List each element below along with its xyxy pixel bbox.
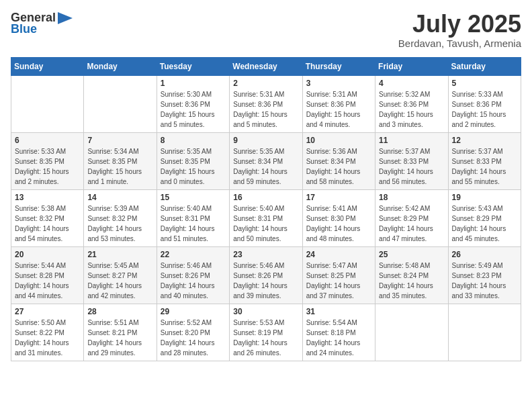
table-row: 4Sunrise: 5:32 AMSunset: 8:36 PMDaylight… [375, 75, 448, 132]
day-number: 29 [161, 307, 226, 316]
day-info: Sunrise: 5:53 AMSunset: 8:19 PMDaylight:… [233, 318, 298, 358]
table-row: 3Sunrise: 5:31 AMSunset: 8:36 PMDaylight… [302, 75, 375, 132]
table-row: 30Sunrise: 5:53 AMSunset: 8:19 PMDayligh… [230, 304, 302, 361]
table-row: 13Sunrise: 5:38 AMSunset: 8:32 PMDayligh… [11, 189, 84, 246]
table-row: 31Sunrise: 5:54 AMSunset: 8:18 PMDayligh… [302, 304, 375, 361]
day-info: Sunrise: 5:46 AMSunset: 8:26 PMDaylight:… [233, 261, 298, 301]
day-info: Sunrise: 5:35 AMSunset: 8:35 PMDaylight:… [161, 146, 226, 187]
calendar-week-row: 13Sunrise: 5:38 AMSunset: 8:32 PMDayligh… [11, 189, 521, 246]
day-info: Sunrise: 5:42 AMSunset: 8:29 PMDaylight:… [379, 203, 444, 244]
calendar-week-row: 1Sunrise: 5:30 AMSunset: 8:36 PMDaylight… [11, 75, 521, 132]
table-row: 5Sunrise: 5:33 AMSunset: 8:36 PMDaylight… [448, 75, 521, 132]
header-tuesday: Tuesday [157, 57, 229, 75]
day-info: Sunrise: 5:36 AMSunset: 8:34 PMDaylight:… [306, 146, 371, 187]
calendar-week-row: 20Sunrise: 5:44 AMSunset: 8:28 PMDayligh… [11, 246, 521, 304]
header-friday: Friday [375, 57, 448, 75]
table-row: 19Sunrise: 5:43 AMSunset: 8:29 PMDayligh… [448, 189, 521, 246]
logo: General Blue [11, 11, 73, 36]
table-row [11, 75, 84, 132]
day-info: Sunrise: 5:30 AMSunset: 8:36 PMDaylight:… [161, 89, 226, 130]
day-info: Sunrise: 5:40 AMSunset: 8:31 PMDaylight:… [233, 203, 298, 244]
table-row: 25Sunrise: 5:48 AMSunset: 8:24 PMDayligh… [375, 246, 448, 304]
day-info: Sunrise: 5:37 AMSunset: 8:33 PMDaylight:… [452, 146, 517, 187]
month-title: July 2025 [398, 11, 521, 38]
day-number: 18 [379, 193, 444, 202]
day-info: Sunrise: 5:48 AMSunset: 8:24 PMDaylight:… [379, 261, 444, 301]
table-row: 18Sunrise: 5:42 AMSunset: 8:29 PMDayligh… [375, 189, 448, 246]
day-number: 23 [233, 250, 298, 259]
logo-blue: Blue [11, 22, 37, 36]
logo-flag-icon [58, 12, 73, 24]
day-number: 15 [161, 193, 226, 202]
table-row: 7Sunrise: 5:34 AMSunset: 8:35 PMDaylight… [84, 132, 157, 189]
day-number: 24 [306, 250, 371, 259]
day-info: Sunrise: 5:54 AMSunset: 8:18 PMDaylight:… [306, 318, 371, 358]
day-number: 6 [15, 136, 80, 145]
day-info: Sunrise: 5:50 AMSunset: 8:22 PMDaylight:… [15, 318, 80, 358]
table-row: 10Sunrise: 5:36 AMSunset: 8:34 PMDayligh… [302, 132, 375, 189]
day-number: 12 [452, 136, 517, 145]
day-number: 9 [233, 136, 298, 145]
day-info: Sunrise: 5:41 AMSunset: 8:30 PMDaylight:… [306, 203, 371, 244]
table-row: 28Sunrise: 5:51 AMSunset: 8:21 PMDayligh… [84, 304, 157, 361]
day-info: Sunrise: 5:45 AMSunset: 8:27 PMDaylight:… [87, 261, 152, 301]
day-info: Sunrise: 5:52 AMSunset: 8:20 PMDaylight:… [161, 318, 226, 358]
table-row: 24Sunrise: 5:47 AMSunset: 8:25 PMDayligh… [302, 246, 375, 304]
day-number: 1 [161, 79, 226, 88]
title-area: July 2025 Berdavan, Tavush, Armenia [398, 11, 521, 49]
day-info: Sunrise: 5:49 AMSunset: 8:23 PMDaylight:… [452, 261, 517, 301]
day-info: Sunrise: 5:37 AMSunset: 8:33 PMDaylight:… [379, 146, 444, 187]
table-row: 6Sunrise: 5:33 AMSunset: 8:35 PMDaylight… [11, 132, 84, 189]
day-number: 3 [306, 79, 371, 88]
day-info: Sunrise: 5:33 AMSunset: 8:36 PMDaylight:… [452, 89, 517, 130]
table-row: 15Sunrise: 5:40 AMSunset: 8:31 PMDayligh… [157, 189, 229, 246]
header-wednesday: Wednesday [230, 57, 302, 75]
table-row: 20Sunrise: 5:44 AMSunset: 8:28 PMDayligh… [11, 246, 84, 304]
header-thursday: Thursday [302, 57, 375, 75]
day-number: 11 [379, 136, 444, 145]
day-info: Sunrise: 5:39 AMSunset: 8:32 PMDaylight:… [87, 203, 152, 244]
calendar-week-row: 6Sunrise: 5:33 AMSunset: 8:35 PMDaylight… [11, 132, 521, 189]
day-number: 4 [379, 79, 444, 88]
page-header: General Blue July 2025 Berdavan, Tavush,… [11, 11, 521, 49]
table-row: 23Sunrise: 5:46 AMSunset: 8:26 PMDayligh… [230, 246, 302, 304]
day-number: 16 [233, 193, 298, 202]
day-number: 31 [306, 307, 371, 316]
table-row [448, 304, 521, 361]
header-saturday: Saturday [448, 57, 521, 75]
table-row: 8Sunrise: 5:35 AMSunset: 8:35 PMDaylight… [157, 132, 229, 189]
day-info: Sunrise: 5:44 AMSunset: 8:28 PMDaylight:… [15, 261, 80, 301]
svg-marker-0 [58, 12, 73, 24]
day-info: Sunrise: 5:31 AMSunset: 8:36 PMDaylight:… [233, 89, 298, 130]
day-info: Sunrise: 5:31 AMSunset: 8:36 PMDaylight:… [306, 89, 371, 130]
day-info: Sunrise: 5:43 AMSunset: 8:29 PMDaylight:… [452, 203, 517, 244]
header-sunday: Sunday [11, 57, 84, 75]
day-info: Sunrise: 5:34 AMSunset: 8:35 PMDaylight:… [87, 146, 152, 187]
table-row: 2Sunrise: 5:31 AMSunset: 8:36 PMDaylight… [230, 75, 302, 132]
day-number: 27 [15, 307, 80, 316]
day-info: Sunrise: 5:51 AMSunset: 8:21 PMDaylight:… [87, 318, 152, 358]
table-row: 26Sunrise: 5:49 AMSunset: 8:23 PMDayligh… [448, 246, 521, 304]
table-row: 21Sunrise: 5:45 AMSunset: 8:27 PMDayligh… [84, 246, 157, 304]
day-info: Sunrise: 5:40 AMSunset: 8:31 PMDaylight:… [161, 203, 226, 244]
day-number: 22 [161, 250, 226, 259]
table-row: 29Sunrise: 5:52 AMSunset: 8:20 PMDayligh… [157, 304, 229, 361]
day-number: 13 [15, 193, 80, 202]
table-row: 12Sunrise: 5:37 AMSunset: 8:33 PMDayligh… [448, 132, 521, 189]
day-info: Sunrise: 5:32 AMSunset: 8:36 PMDaylight:… [379, 89, 444, 130]
day-number: 7 [87, 136, 152, 145]
table-row: 22Sunrise: 5:46 AMSunset: 8:26 PMDayligh… [157, 246, 229, 304]
header-monday: Monday [84, 57, 157, 75]
table-row [84, 75, 157, 132]
day-number: 20 [15, 250, 80, 259]
day-number: 14 [87, 193, 152, 202]
table-row: 11Sunrise: 5:37 AMSunset: 8:33 PMDayligh… [375, 132, 448, 189]
day-number: 19 [452, 193, 517, 202]
day-info: Sunrise: 5:35 AMSunset: 8:34 PMDaylight:… [233, 146, 298, 187]
day-number: 28 [87, 307, 152, 316]
day-info: Sunrise: 5:33 AMSunset: 8:35 PMDaylight:… [15, 146, 80, 187]
calendar-header-row: Sunday Monday Tuesday Wednesday Thursday… [11, 57, 521, 75]
calendar-week-row: 27Sunrise: 5:50 AMSunset: 8:22 PMDayligh… [11, 304, 521, 361]
day-info: Sunrise: 5:38 AMSunset: 8:32 PMDaylight:… [15, 203, 80, 244]
day-number: 25 [379, 250, 444, 259]
